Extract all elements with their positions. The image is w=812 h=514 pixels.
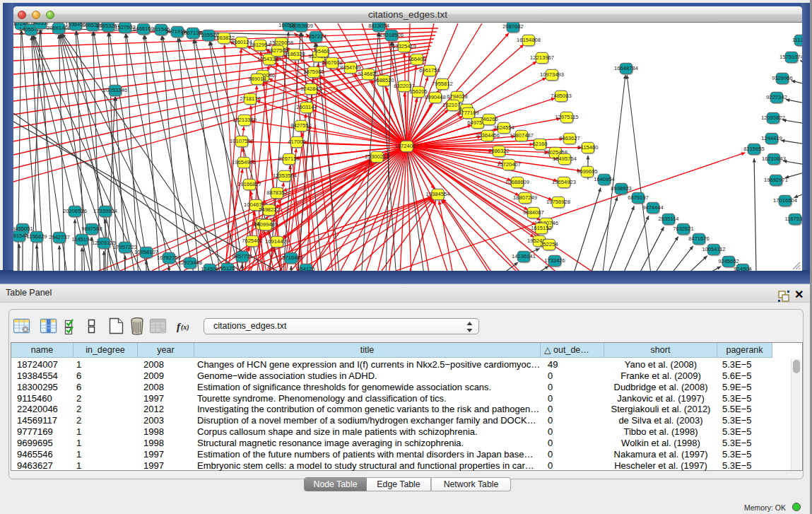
svg-text:19654905: 19654905: [232, 159, 256, 165]
svg-text:9146821: 9146821: [358, 71, 379, 77]
svg-text:3875985: 3875985: [303, 69, 324, 75]
svg-text:746266: 746266: [480, 116, 498, 122]
svg-text:16053809: 16053809: [289, 23, 313, 29]
svg-text:7632621: 7632621: [673, 226, 694, 232]
svg-text:9884067: 9884067: [523, 209, 544, 216]
svg-text:17016504: 17016504: [773, 197, 797, 204]
svg-text:9227342: 9227342: [766, 94, 787, 100]
svg-text:(x): (x): [181, 323, 189, 332]
svg-text:1167534: 1167534: [785, 216, 803, 222]
svg-text:10958107: 10958107: [134, 249, 158, 255]
svg-text:7886322: 7886322: [488, 148, 510, 154]
svg-text:7955812: 7955812: [432, 81, 453, 87]
svg-text:19218506: 19218506: [379, 32, 404, 38]
svg-text:166409: 166409: [408, 56, 425, 62]
svg-text:15751074: 15751074: [779, 54, 802, 60]
svg-text:5498222: 5498222: [259, 206, 280, 213]
svg-text:2942737: 2942737: [49, 234, 70, 240]
svg-text:1615152: 1615152: [531, 225, 552, 231]
svg-text:8990448: 8990448: [425, 94, 446, 100]
svg-text:989014: 989014: [248, 76, 266, 82]
svg-text:1640954: 1640954: [594, 176, 615, 182]
svg-text:12213967: 12213967: [530, 54, 554, 61]
svg-text:2087682: 2087682: [502, 23, 524, 30]
svg-text:6879197: 6879197: [628, 194, 649, 201]
svg-text:111245: 111245: [792, 37, 802, 43]
svg-text:16154808: 16154808: [517, 37, 541, 43]
svg-text:7357224: 7357224: [305, 33, 326, 40]
svg-text:6466160: 6466160: [133, 25, 154, 32]
svg-text:15716485: 15716485: [279, 255, 303, 261]
svg-text:20206536: 20206536: [63, 208, 87, 214]
svg-text:1588520: 1588520: [373, 77, 394, 83]
svg-text:16648784: 16648784: [614, 65, 638, 71]
svg-text:124504: 124504: [201, 266, 218, 271]
svg-text:14099489: 14099489: [254, 221, 278, 228]
svg-text:1156829: 1156829: [27, 233, 47, 240]
svg-text:95460: 95460: [314, 48, 329, 54]
svg-text:9115460: 9115460: [578, 144, 599, 151]
svg-text:62160: 62160: [532, 141, 547, 147]
svg-text:8215955: 8215955: [743, 146, 765, 152]
svg-text:20053346: 20053346: [103, 87, 127, 93]
svg-text:15720407: 15720407: [497, 161, 521, 168]
svg-text:16782759: 16782759: [157, 255, 181, 261]
svg-text:12975115: 12975115: [555, 114, 578, 120]
svg-text:10807487: 10807487: [510, 132, 534, 139]
svg-text:19692971: 19692971: [764, 177, 788, 183]
svg-text:10688609: 10688609: [505, 179, 529, 185]
svg-text:12213389: 12213389: [233, 117, 257, 123]
svg-text:7485063: 7485063: [551, 93, 572, 99]
svg-text:14136141: 14136141: [512, 253, 536, 259]
svg-text:2935114: 2935114: [659, 216, 679, 222]
svg-text:16914479: 16914479: [265, 238, 289, 245]
svg-text:20364456: 20364456: [476, 132, 500, 139]
svg-text:19756928: 19756928: [546, 199, 570, 205]
svg-text:9474444: 9474444: [642, 204, 664, 211]
svg-text:8454749: 8454749: [340, 64, 361, 71]
svg-text:1733426: 1733426: [544, 257, 565, 264]
svg-text:19166827: 19166827: [237, 181, 261, 187]
svg-text:1145194: 1145194: [72, 236, 93, 243]
svg-text:19654923: 19654923: [552, 179, 576, 185]
svg-text:95125: 95125: [220, 265, 235, 271]
svg-text:8471676: 8471676: [688, 235, 710, 242]
svg-text:6794028: 6794028: [447, 93, 468, 100]
svg-text:12353594: 12353594: [273, 173, 297, 179]
svg-text:10973493: 10973493: [540, 71, 564, 78]
svg-text:16210643: 16210643: [762, 156, 786, 162]
svg-text:3624554: 3624554: [493, 124, 514, 131]
svg-text:7625402: 7625402: [242, 238, 263, 244]
svg-text:9329966: 9329966: [772, 75, 793, 81]
svg-text:10654112: 10654112: [702, 246, 725, 252]
svg-text:252254: 252254: [540, 241, 558, 247]
svg-text:9777169: 9777169: [458, 110, 479, 116]
svg-text:12093822: 12093822: [761, 115, 785, 121]
svg-text:25300213: 25300213: [365, 153, 389, 160]
svg-text:13325419: 13325419: [392, 43, 416, 49]
svg-text:18807249: 18807249: [513, 194, 537, 201]
svg-text:18724007: 18724007: [395, 143, 419, 149]
svg-text:2603144: 2603144: [296, 104, 317, 110]
svg-text:8938923: 8938923: [611, 185, 632, 192]
svg-text:8427552: 8427552: [290, 122, 312, 129]
svg-text:16495754: 16495754: [553, 156, 577, 162]
svg-text:15226058: 15226058: [269, 40, 293, 46]
svg-text:8267150: 8267150: [278, 156, 300, 162]
svg-text:8878352: 8878352: [266, 189, 288, 196]
svg-text:12505135: 12505135: [92, 240, 116, 246]
svg-text:6961758: 6961758: [419, 67, 440, 74]
svg-text:17957223: 17957223: [113, 244, 137, 250]
svg-text:9245652: 9245652: [718, 258, 739, 264]
svg-text:9463627: 9463627: [559, 135, 580, 141]
svg-text:8813054: 8813054: [368, 23, 389, 29]
svg-text:10107553: 10107553: [230, 138, 254, 144]
svg-text:2718176: 2718176: [240, 95, 261, 102]
svg-text:19384554: 19384554: [426, 191, 450, 197]
svg-text:924504: 924504: [734, 266, 751, 271]
svg-text:9699695: 9699695: [577, 168, 598, 175]
svg-text:417006: 417006: [288, 139, 305, 145]
svg-text:9897588: 9897588: [81, 226, 102, 232]
svg-text:9457791: 9457791: [232, 253, 253, 259]
svg-text:8186328: 8186328: [284, 51, 305, 57]
